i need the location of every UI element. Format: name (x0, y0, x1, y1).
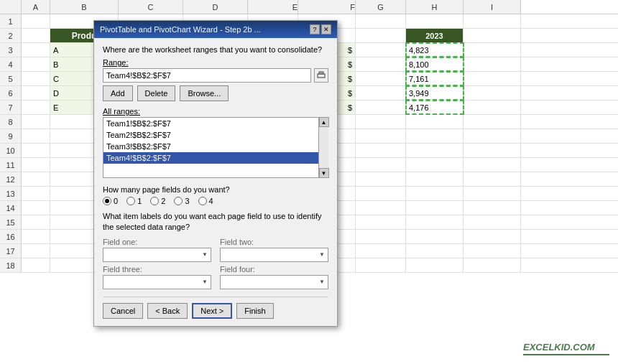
browse-button[interactable]: Browse... (180, 85, 229, 101)
radio-label-0: 0 (114, 197, 118, 205)
radio-1[interactable] (126, 197, 135, 205)
next-button[interactable]: Next > (192, 303, 232, 319)
radio-item-1[interactable]: 1 (126, 197, 142, 205)
chevron-down-icon: ▼ (202, 251, 208, 258)
radio-item-4[interactable]: 4 (198, 197, 213, 205)
range-label: Range: (103, 58, 328, 67)
scrollbar[interactable]: ▲ ▼ (318, 117, 328, 178)
radio-item-3[interactable]: 3 (174, 197, 189, 205)
help-button[interactable]: ? (310, 24, 320, 34)
dialog-title: PivotTable and PivotChart Wizard - Step … (100, 25, 261, 34)
range-action-buttons: Add Delete Browse... (103, 85, 328, 101)
back-button[interactable]: < Back (147, 303, 188, 319)
page-fields-section: How many page fields do you want? 0 1 2 (103, 185, 328, 205)
dialog-body: Where are the worksheet ranges that you … (94, 38, 337, 326)
dialog-question: Where are the worksheet ranges that you … (103, 45, 328, 54)
radio-item-2[interactable]: 2 (150, 197, 165, 205)
all-ranges-label: All ranges: (103, 107, 328, 116)
list-item[interactable]: Team2!$B$2:$F$7 (103, 129, 328, 141)
chevron-down-icon: ▼ (202, 279, 208, 285)
field-two-label: Field two: (220, 238, 328, 246)
radio-label-3: 3 (185, 197, 189, 205)
field-one-group: Field one: ▼ (103, 238, 211, 262)
svg-rect-0 (318, 74, 325, 78)
dialog-overlay: PivotTable and PivotChart Wizard - Step … (0, 0, 618, 364)
chevron-down-icon: ▼ (319, 251, 325, 258)
field-three-select[interactable]: ▼ (103, 275, 211, 289)
range-input[interactable] (103, 68, 311, 83)
ranges-list[interactable]: Team1!$B$2:$F$7 Team2!$B$2:$F$7 Team3!$B… (103, 117, 328, 178)
pivot-wizard-dialog: PivotTable and PivotChart Wizard - Step … (93, 20, 338, 327)
radio-3[interactable] (174, 197, 183, 205)
range-collapse-button[interactable] (314, 68, 328, 83)
radio-4[interactable] (198, 197, 207, 205)
dialog-titlebar: PivotTable and PivotChart Wizard - Step … (94, 21, 337, 38)
delete-button[interactable]: Delete (137, 85, 176, 101)
fields-grid: Field one: ▼ Field two: ▼ Field three: (103, 238, 328, 289)
item-labels-question: What item labels do you want each page f… (103, 211, 328, 233)
list-item[interactable]: Team1!$B$2:$F$7 (103, 118, 328, 129)
field-three-label: Field three: (103, 265, 211, 274)
radio-group: 0 1 2 3 4 (103, 197, 328, 205)
radio-2[interactable] (150, 197, 159, 205)
radio-label-4: 4 (209, 197, 213, 205)
field-four-group: Field four: ▼ (220, 265, 328, 289)
field-four-select[interactable]: ▼ (220, 275, 328, 289)
bottom-button-row: Cancel < Back Next > Finish (103, 297, 328, 319)
radio-label-2: 2 (161, 197, 165, 205)
close-button[interactable]: ✕ (321, 24, 331, 34)
dialog-title-controls: ? ✕ (310, 24, 331, 34)
field-four-label: Field four: (220, 265, 328, 274)
radio-0[interactable] (103, 197, 111, 205)
radio-label-1: 1 (137, 197, 142, 205)
field-one-label: Field one: (103, 238, 211, 246)
radio-item-0[interactable]: 0 (103, 197, 118, 205)
watermark: EXCELKID.COM (523, 342, 609, 355)
field-one-select[interactable]: ▼ (103, 248, 211, 262)
watermark-underline (523, 354, 609, 355)
field-two-group: Field two: ▼ (220, 238, 328, 262)
page-fields-question: How many page fields do you want? (103, 185, 328, 194)
scroll-down-arrow[interactable]: ▼ (319, 168, 329, 178)
list-item-selected[interactable]: Team4!$B$2:$F$7 (103, 152, 328, 164)
chevron-down-icon: ▼ (319, 279, 325, 285)
field-two-select[interactable]: ▼ (220, 248, 328, 262)
finish-button[interactable]: Finish (236, 303, 273, 319)
field-three-group: Field three: ▼ (103, 265, 211, 289)
cancel-button[interactable]: Cancel (103, 303, 143, 319)
add-button[interactable]: Add (103, 85, 133, 101)
ranges-list-container: Team1!$B$2:$F$7 Team2!$B$2:$F$7 Team3!$B… (103, 117, 328, 178)
range-row (103, 68, 328, 83)
scroll-up-arrow[interactable]: ▲ (319, 117, 329, 127)
svg-rect-1 (319, 72, 323, 74)
list-item[interactable]: Team3!$B$2:$F$7 (103, 141, 328, 152)
